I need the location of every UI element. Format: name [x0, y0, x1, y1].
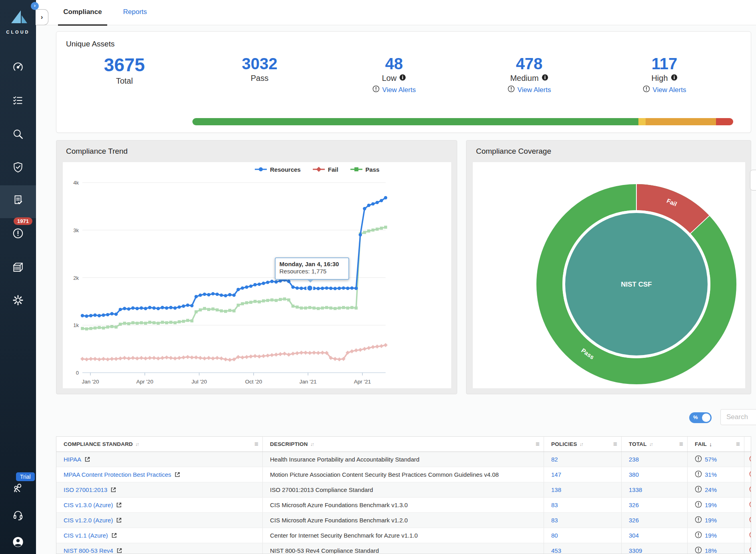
policies-link[interactable]: 453: [551, 547, 561, 554]
high-alert-icon: [749, 486, 751, 494]
tab-compliance[interactable]: Compliance: [58, 0, 107, 25]
sidebar-item-support-headset[interactable]: [0, 509, 36, 521]
sidebar-item-gauge[interactable]: [0, 61, 36, 73]
column-menu-icon[interactable]: ≡: [679, 440, 683, 448]
sidebar-item-alerts[interactable]: [0, 227, 36, 239]
cell-description: CIS Microsoft Azure Foundations Benchmar…: [263, 498, 544, 512]
cell-policies: 82: [544, 452, 622, 467]
external-link-icon[interactable]: [116, 502, 122, 508]
total-link[interactable]: 238: [629, 456, 639, 463]
tab-reports[interactable]: Reports: [116, 0, 154, 25]
trend-line-chart[interactable]: 01k2k3k4kJan '20Apr '20Jul '20Oct '20Jan…: [63, 162, 451, 388]
cell-high: [744, 482, 751, 497]
standard-link[interactable]: CIS v1.3.0 (Azure): [64, 502, 113, 508]
sort-icon[interactable]: ↓↑: [649, 442, 652, 447]
external-link-icon[interactable]: [116, 517, 122, 523]
policies-link[interactable]: 83: [551, 502, 558, 508]
policies-link[interactable]: 82: [551, 456, 558, 463]
column-menu-icon[interactable]: ≡: [613, 440, 617, 448]
column-header-3[interactable]: TOTAL↓↑≡: [622, 437, 688, 452]
view-alerts-link[interactable]: View Alerts: [485, 85, 573, 94]
legend-pass[interactable]: Pass: [350, 166, 380, 173]
sidebar-item-settings-gear[interactable]: [0, 294, 36, 306]
standard-link[interactable]: ISO 27001:2013: [64, 486, 107, 493]
policies-link[interactable]: 147: [551, 471, 561, 478]
sidebar-item-keys[interactable]: [0, 482, 36, 494]
coverage-donut-panel: Fail Pass NIST CSF: [473, 162, 745, 388]
cell-total: 3309: [622, 543, 688, 554]
stat-low-value: 48: [350, 55, 438, 72]
total-link[interactable]: 304: [629, 532, 639, 539]
percent-toggle[interactable]: %: [689, 412, 712, 423]
cell-fail: 31%: [688, 467, 744, 482]
sort-icon[interactable]: ↓↑: [310, 442, 313, 447]
svg-text:4k: 4k: [73, 180, 79, 186]
coverage-menu-button[interactable]: [750, 170, 756, 191]
sidebar-item-compliance-doc[interactable]: [0, 194, 36, 206]
info-icon[interactable]: [399, 74, 406, 83]
sidebar-item-search[interactable]: [0, 128, 36, 140]
policies-link[interactable]: 83: [551, 517, 558, 524]
cell-description: NIST 800-53 Rev4 Compliance Standard: [263, 543, 544, 554]
fail-percent-link[interactable]: 57%: [705, 456, 717, 463]
search-input[interactable]: [720, 409, 756, 425]
sidebar-expand-button[interactable]: ›: [36, 9, 48, 25]
total-link[interactable]: 326: [629, 517, 639, 524]
sidebar-item-user-avatar[interactable]: [0, 536, 36, 548]
cell-standard: HIPAA: [56, 452, 263, 467]
legend-resources[interactable]: Resources: [255, 166, 301, 173]
external-link-icon[interactable]: [111, 532, 117, 538]
external-link-icon[interactable]: [110, 487, 116, 493]
cell-high: [744, 528, 751, 543]
sidebar-item-container[interactable]: [0, 261, 36, 273]
sort-icon[interactable]: ↓↑: [135, 442, 138, 447]
standard-link[interactable]: CIS v1.2.0 (Azure): [64, 517, 113, 524]
fail-percent-link[interactable]: 19%: [705, 532, 717, 539]
view-alerts-link[interactable]: View Alerts: [350, 85, 438, 94]
info-icon[interactable]: [671, 74, 678, 83]
external-link-icon[interactable]: [116, 548, 122, 554]
high-alert-icon: [749, 470, 751, 479]
standard-link[interactable]: CIS v1.1 (Azure): [64, 532, 108, 539]
column-header-4[interactable]: FAIL↓≡: [688, 437, 744, 452]
stat-pass-value: 3032: [216, 55, 304, 72]
total-link[interactable]: 326: [629, 502, 639, 508]
view-alerts-link[interactable]: View Alerts: [620, 85, 708, 94]
column-header-0[interactable]: COMPLIANCE STANDARD↓↑≡: [56, 437, 263, 452]
fail-percent-link[interactable]: 18%: [705, 547, 717, 554]
external-link-icon[interactable]: [84, 456, 90, 462]
column-menu-icon[interactable]: ≡: [254, 440, 258, 448]
legend-fail[interactable]: Fail: [313, 166, 338, 173]
coverage-donut-chart[interactable]: Fail Pass NIST CSF: [473, 162, 745, 388]
total-link[interactable]: 3309: [629, 547, 642, 554]
trial-badge: Trial: [16, 472, 35, 481]
column-menu-icon[interactable]: ≡: [736, 440, 740, 448]
column-header-1[interactable]: DESCRIPTION↓↑≡: [263, 437, 544, 452]
standard-link[interactable]: NIST 800-53 Rev4: [64, 547, 113, 554]
policies-link[interactable]: 80: [551, 532, 558, 539]
sidebar-item-shield-check[interactable]: [0, 161, 36, 173]
standard-link[interactable]: HIPAA: [64, 456, 81, 463]
sidebar-item-checklist[interactable]: [0, 94, 36, 106]
external-link-icon[interactable]: [174, 472, 180, 478]
info-icon[interactable]: [542, 74, 548, 83]
sidebar-expand-badge[interactable]: ›: [31, 2, 39, 10]
standard-link[interactable]: MPAA Content Protection Best Practices: [64, 471, 171, 478]
fail-percent-link[interactable]: 19%: [705, 502, 717, 508]
compliance-coverage-card: Compliance Coverage Fail Pass NIST CSF: [466, 140, 751, 394]
fail-percent-link[interactable]: 19%: [705, 517, 717, 524]
legend-fail-marker: [313, 166, 325, 173]
fail-percent-link[interactable]: 24%: [705, 486, 717, 493]
policies-link[interactable]: 138: [551, 486, 561, 493]
column-header-5[interactable]: H: [744, 437, 751, 452]
column-header-2[interactable]: POLICIES↓↑≡: [544, 437, 622, 452]
column-menu-icon[interactable]: ≡: [536, 440, 540, 448]
bar-segment-pass: [192, 118, 638, 125]
sort-desc-icon[interactable]: ↓: [709, 441, 712, 448]
cell-policies: 453: [544, 543, 622, 554]
sort-icon[interactable]: ↓↑: [580, 442, 583, 447]
total-link[interactable]: 1338: [629, 486, 642, 493]
fail-percent-link[interactable]: 31%: [705, 471, 717, 478]
total-link[interactable]: 380: [629, 471, 639, 478]
svg-text:Jan '21: Jan '21: [299, 379, 316, 385]
